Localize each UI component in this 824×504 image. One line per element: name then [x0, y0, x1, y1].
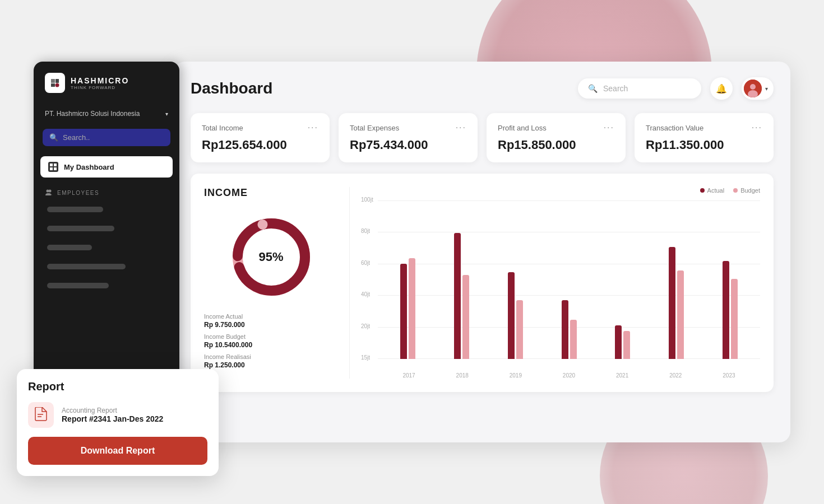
report-info: Accounting Report Report #2341 Jan-Des 2… — [62, 407, 163, 423]
stat-label-income: Total Income — [202, 124, 243, 132]
avatar — [744, 80, 762, 97]
income-realisasi-value: Rp 1.250.000 — [204, 361, 338, 369]
stat-more-profit[interactable]: ··· — [604, 123, 614, 132]
x-label-2017: 2017 — [382, 372, 436, 379]
download-report-button[interactable]: Download Report — [28, 437, 207, 465]
report-type: Accounting Report — [62, 407, 163, 414]
header-search-bar[interactable]: 🔍 — [578, 78, 701, 99]
dashboard-icon — [48, 162, 58, 172]
logo-name: HASHMICRO — [71, 76, 129, 85]
svg-point-8 — [750, 84, 756, 90]
income-actual-label: Income Actual — [204, 313, 338, 320]
x-axis: 2017201820192020202120222023 — [361, 372, 760, 379]
bar-budget-2018 — [462, 275, 469, 359]
sidebar-search-icon: 🔍 — [49, 133, 58, 142]
x-label-2020: 2020 — [542, 372, 595, 379]
menu-placeholder-1 — [47, 207, 103, 212]
income-stats: Income Actual Rp 9.750.000 Income Budget… — [204, 313, 338, 369]
x-label-2023: 2023 — [702, 372, 756, 379]
legend-dot-actual — [700, 188, 705, 193]
bar-actual-2021 — [615, 325, 622, 359]
menu-placeholder-5 — [47, 283, 109, 288]
sidebar-menu-item-4[interactable] — [40, 259, 173, 274]
svg-point-6 — [49, 190, 52, 193]
report-card: Report Accounting Report Report #2341 Ja… — [17, 369, 219, 476]
bar-budget-2021 — [623, 331, 630, 359]
bar-actual-2018 — [454, 233, 461, 359]
logo-text: HASHMICRO THINK FORWARD — [71, 76, 129, 90]
x-label-2021: 2021 — [596, 372, 649, 379]
income-actual-value: Rp 9.750.000 — [204, 321, 338, 329]
avatar-dropdown-arrow: ▾ — [765, 86, 768, 92]
menu-placeholder-4 — [47, 264, 126, 269]
logo-tagline: THINK FORWARD — [71, 85, 129, 90]
sidebar-item-dashboard[interactable]: My Dashboard — [40, 156, 173, 178]
stat-header-profit: Profit and Loss ··· — [498, 123, 614, 132]
sidebar-menu-item-3[interactable] — [40, 240, 173, 255]
stat-value-transaction: Rp11.350.000 — [646, 138, 762, 152]
header-search-input[interactable] — [603, 84, 691, 93]
user-avatar-button[interactable]: ▾ — [742, 77, 774, 100]
income-section: INCOME 95% Income Actual R — [191, 174, 774, 392]
stat-value-expenses: Rp75.434.000 — [350, 138, 466, 152]
main-content: Dashboard 🔍 🔔 — [174, 62, 790, 442]
donut-percentage-label: 95% — [258, 250, 283, 264]
company-selector[interactable]: PT. Hashmicro Solusi Indonesia ▾ — [34, 104, 179, 123]
sidebar-menu-item-5[interactable] — [40, 278, 173, 293]
bar-budget-2019 — [516, 300, 523, 359]
income-realisasi-stat: Income Realisasi Rp 1.250.000 — [204, 353, 338, 369]
sidebar-search-input[interactable] — [63, 133, 164, 142]
bar-actual-2022 — [669, 247, 675, 359]
stat-value-income: Rp125.654.000 — [202, 138, 318, 152]
report-name: Report #2341 Jan-Des 2022 — [62, 414, 163, 423]
bar-group-2019 — [489, 200, 541, 359]
section-label: EMPLOYEES — [57, 190, 99, 196]
income-chart-panel: Actual Budget 100jt 80jt 60jt — [350, 187, 760, 379]
stat-label-profit: Profit and Loss — [498, 124, 547, 132]
income-budget-stat: Income Budget Rp 10.5400.000 — [204, 333, 338, 349]
bar-group-2020 — [543, 200, 595, 359]
header-search-icon: 🔍 — [588, 84, 598, 93]
stat-more-expenses[interactable]: ··· — [456, 123, 466, 132]
notification-button[interactable]: 🔔 — [710, 77, 733, 100]
chart-legend: Actual Budget — [361, 187, 760, 194]
bar-chart-area: 100jt 80jt 60jt 40jt 20jt 15jt 201720182… — [361, 200, 760, 379]
bar-actual-2020 — [562, 300, 568, 359]
stat-header-transaction: Transaction Value ··· — [646, 123, 762, 132]
stat-card-transaction: Transaction Value ··· Rp11.350.000 — [635, 113, 774, 162]
svg-rect-1 — [50, 164, 53, 166]
bar-group-2023 — [704, 200, 756, 359]
bar-group-2018 — [436, 200, 488, 359]
menu-placeholder-3 — [47, 245, 92, 250]
svg-rect-3 — [50, 167, 53, 170]
logo-icon — [45, 73, 65, 93]
bar-actual-2017 — [400, 264, 407, 359]
income-actual-stat: Income Actual Rp 9.750.000 — [204, 313, 338, 329]
stat-header-income: Total Income ··· — [202, 123, 318, 132]
bar-budget-2020 — [570, 320, 577, 359]
stat-card-profit-loss: Profit and Loss ··· Rp15.850.000 — [487, 113, 626, 162]
company-dropdown-arrow: ▾ — [165, 111, 168, 117]
income-realisasi-label: Income Realisasi — [204, 353, 338, 360]
bar-budget-2017 — [409, 258, 415, 359]
donut-chart-container: 95% — [204, 212, 338, 302]
x-label-2019: 2019 — [489, 372, 542, 379]
bar-actual-2019 — [508, 272, 515, 359]
income-left-panel: INCOME 95% Income Actual R — [204, 187, 350, 379]
sidebar-search-bar[interactable]: 🔍 — [43, 129, 170, 146]
bars-container — [378, 200, 760, 359]
bar-actual-2023 — [723, 261, 729, 359]
x-label-2018: 2018 — [436, 372, 489, 379]
sidebar-menu-item-1[interactable] — [40, 202, 173, 217]
sidebar-logo: HASHMICRO THINK FORWARD — [34, 73, 179, 104]
sidebar-menu-item-2[interactable] — [40, 221, 173, 236]
stat-value-profit: Rp15.850.000 — [498, 138, 614, 152]
report-file-icon — [28, 402, 54, 428]
stat-more-income[interactable]: ··· — [308, 123, 318, 132]
stat-card-total-expenses: Total Expenses ··· Rp75.434.000 — [339, 113, 478, 162]
company-name: PT. Hashmicro Solusi Indonesia — [45, 110, 140, 118]
header-right: 🔍 🔔 ▾ — [578, 77, 774, 100]
svg-point-0 — [55, 83, 59, 87]
stat-more-transaction[interactable]: ··· — [752, 123, 762, 132]
stat-card-total-income: Total Income ··· Rp125.654.000 — [191, 113, 330, 162]
